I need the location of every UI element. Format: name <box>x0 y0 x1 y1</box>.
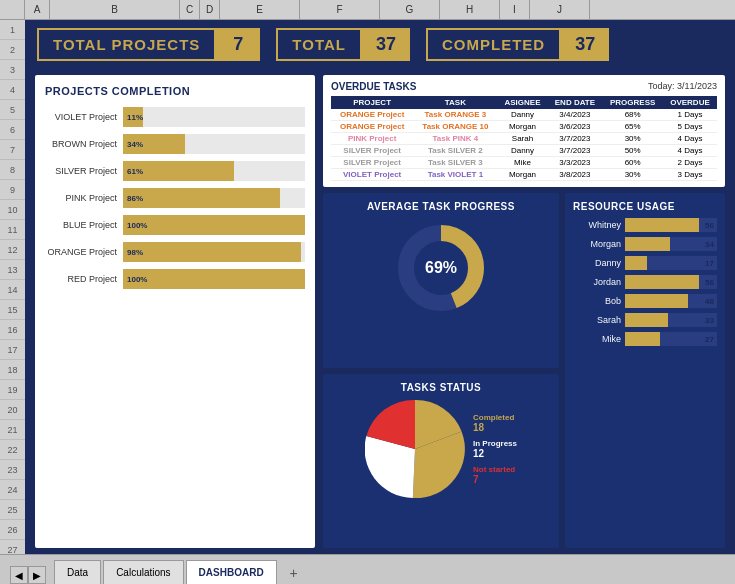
tab-prev-button[interactable]: ◀ <box>10 566 28 584</box>
row-num-10: 10 <box>0 200 25 220</box>
bar-row: SILVER Project 61% <box>45 161 305 181</box>
resource-bar-row: Mike 27 <box>573 332 717 346</box>
overdue-table: PROJECTTASKASIGNEEEND DATEPROGRESSOVERDU… <box>331 96 717 181</box>
resource-value: 48 <box>705 297 714 306</box>
resource-usage-title: RESOURCE USAGE <box>573 201 717 212</box>
cell-enddate: 3/8/2023 <box>547 169 602 181</box>
tab-calculations[interactable]: Calculations <box>103 560 183 584</box>
bar-label: SILVER Project <box>45 166 117 176</box>
cell-enddate: 3/3/2023 <box>547 157 602 169</box>
row-num-19: 19 <box>0 380 25 400</box>
bar-label: VIOLET Project <box>45 112 117 122</box>
row-num-26: 26 <box>0 520 25 540</box>
cell-overdue: 4 Days <box>663 133 717 145</box>
bar-track: 98% <box>123 242 305 262</box>
avg-progress-section: AVERAGE TASK PROGRESS 69% <box>323 193 559 368</box>
tab-next-button[interactable]: ▶ <box>28 566 46 584</box>
resource-fill <box>625 313 668 327</box>
col-header-d: D <box>200 0 220 19</box>
overdue-col-header: ASIGNEE <box>497 96 547 109</box>
banner-label: TOTAL PROJECTS <box>37 28 216 61</box>
overdue-table-row: PINK Project Task PINK 4 Sarah 3/7/2023 … <box>331 133 717 145</box>
resource-value: 56 <box>705 278 714 287</box>
cell-progress: 30% <box>602 169 663 181</box>
bottom-row: AVERAGE TASK PROGRESS 69% <box>323 193 725 548</box>
col-header-b: B <box>50 0 180 19</box>
resource-label: Morgan <box>573 239 621 249</box>
cell-overdue: 3 Days <box>663 169 717 181</box>
row-num-25: 25 <box>0 500 25 520</box>
bar-label: ORANGE Project <box>45 247 117 257</box>
tab-dashboard[interactable]: DASHBOARD <box>186 560 277 584</box>
col-header-j: J <box>530 0 590 19</box>
resource-label: Sarah <box>573 315 621 325</box>
cell-overdue: 1 Days <box>663 109 717 121</box>
resource-track: 34 <box>625 237 717 251</box>
tasks-status-title: TASKS STATUS <box>401 382 481 393</box>
banner-value: 7 <box>216 28 260 61</box>
cell-task: Task PINK 4 <box>413 133 497 145</box>
tab-nav[interactable]: ◀ ▶ <box>10 566 46 584</box>
tab-bar: ◀ ▶ DataCalculationsDASHBOARD + <box>0 554 735 584</box>
cell-asignee: Morgan <box>497 169 547 181</box>
tabs-container: DataCalculationsDASHBOARD <box>54 560 279 584</box>
cell-task: Task VIOLET 1 <box>413 169 497 181</box>
main-content: TOTAL PROJECTS 7 TOTAL 37 COMPLETED 37 P… <box>25 20 735 554</box>
row-num-12: 12 <box>0 240 25 260</box>
cell-asignee: Danny <box>497 145 547 157</box>
projects-completion-title: PROJECTS COMPLETION <box>45 85 305 97</box>
col-header-g: G <box>380 0 440 19</box>
cell-project: SILVER Project <box>331 157 413 169</box>
bar-pct: 86% <box>127 194 143 203</box>
resource-fill <box>625 275 699 289</box>
bar-row: BLUE Project 100% <box>45 215 305 235</box>
overdue-title: OVERDUE TASKS <box>331 81 416 92</box>
resource-bar-row: Sarah 33 <box>573 313 717 327</box>
row-num-21: 21 <box>0 420 25 440</box>
legend-completed: Completed18 <box>473 413 517 433</box>
resource-label: Mike <box>573 334 621 344</box>
cell-task: Task ORANGE 3 <box>413 109 497 121</box>
resource-track: 17 <box>625 256 717 270</box>
pie-chart <box>365 399 465 499</box>
overdue-table-row: ORANGE Project Task ORANGE 3 Danny 3/4/2… <box>331 109 717 121</box>
resource-track: 56 <box>625 218 717 232</box>
cell-asignee: Danny <box>497 109 547 121</box>
bar-fill <box>123 269 305 289</box>
bar-track: 34% <box>123 134 305 154</box>
cell-overdue: 2 Days <box>663 157 717 169</box>
top-banner: TOTAL PROJECTS 7 TOTAL 37 COMPLETED 37 <box>25 20 735 69</box>
row-num-2: 2 <box>0 40 25 60</box>
col-header-i: I <box>500 0 530 19</box>
overdue-tasks-section: OVERDUE TASKS Today: 3/11/2023 PROJECTTA… <box>323 75 725 187</box>
resource-bar-row: Danny 17 <box>573 256 717 270</box>
bar-row: VIOLET Project 11% <box>45 107 305 127</box>
tab-data[interactable]: Data <box>54 560 101 584</box>
resource-label: Jordan <box>573 277 621 287</box>
row-num-20: 20 <box>0 400 25 420</box>
overdue-table-row: SILVER Project Task SILVER 3 Mike 3/3/20… <box>331 157 717 169</box>
cell-project: ORANGE Project <box>331 109 413 121</box>
row-num-1: 1 <box>0 20 25 40</box>
row-num-9: 9 <box>0 180 25 200</box>
bar-row: RED Project 100% <box>45 269 305 289</box>
corner-cell <box>0 0 25 19</box>
donut-value: 69% <box>425 259 457 277</box>
cell-progress: 65% <box>602 121 663 133</box>
row-num-24: 24 <box>0 480 25 500</box>
overdue-col-header: END DATE <box>547 96 602 109</box>
cell-asignee: Mike <box>497 157 547 169</box>
row-num-3: 3 <box>0 60 25 80</box>
cell-asignee: Sarah <box>497 133 547 145</box>
banner-value: 37 <box>362 28 410 61</box>
add-tab-button[interactable]: + <box>283 562 305 584</box>
row-num-7: 7 <box>0 140 25 160</box>
resource-fill <box>625 294 688 308</box>
resource-label: Danny <box>573 258 621 268</box>
resource-bar-row: Bob 48 <box>573 294 717 308</box>
row-num-18: 18 <box>0 360 25 380</box>
bar-label: BLUE Project <box>45 220 117 230</box>
cell-task: Task ORANGE 10 <box>413 121 497 133</box>
overdue-table-row: SILVER Project Task SILVER 2 Danny 3/7/2… <box>331 145 717 157</box>
cell-enddate: 3/7/2023 <box>547 145 602 157</box>
